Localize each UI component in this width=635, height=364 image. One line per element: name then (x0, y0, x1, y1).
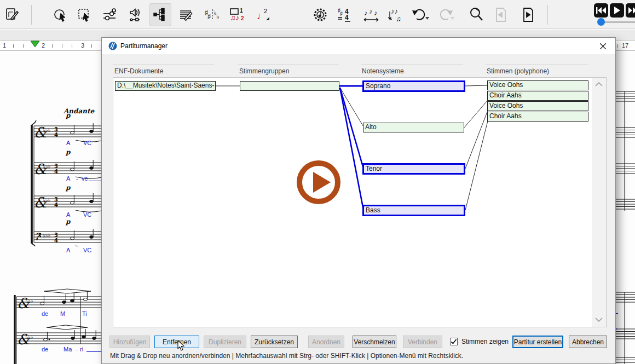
properties-icon[interactable] (99, 3, 120, 26)
dialog-title: Partiturmanager (120, 42, 168, 50)
voice-node[interactable]: Choir Aahs (487, 112, 588, 122)
voice-numbers-icon[interactable]: ♫ ♪ 1 2 (226, 3, 248, 26)
svg-text:2: 2 (264, 8, 267, 14)
lyric: - (76, 175, 78, 182)
system-node-bass[interactable]: Bass (362, 205, 465, 216)
svg-text:4: 4 (54, 169, 58, 175)
lyric: A (66, 175, 70, 182)
page-setup-icon[interactable] (1, 3, 23, 26)
svg-text:♭♭♭: ♭♭♭ (25, 334, 33, 340)
column-header-documents: ENF-Dokumente (114, 67, 163, 75)
ruler-position-marker[interactable] (30, 41, 41, 48)
svg-text:♭♭♭: ♭♭♭ (43, 164, 50, 170)
remove-button[interactable]: Entfernen (154, 336, 199, 348)
svg-text:2: 2 (241, 15, 244, 21)
system-node-soprano[interactable]: Soprano (362, 80, 465, 92)
score-structure-icon[interactable] (149, 3, 171, 26)
lyric: VC (83, 140, 91, 146)
redo-icon[interactable] (434, 3, 456, 26)
svg-text:4: 4 (54, 202, 58, 208)
next-page-icon[interactable] (517, 3, 539, 26)
voice-node[interactable]: Choir Aahs (487, 91, 588, 101)
voice-node[interactable]: Voice Oohs (487, 80, 588, 90)
playback-settings-icon[interactable] (309, 3, 331, 26)
reset-button[interactable]: Zurücksetzen (251, 336, 298, 348)
lyric: Ti (82, 310, 87, 317)
ruler-mark: 1 (3, 42, 6, 49)
dialog-titlebar[interactable]: Partiturmanager (102, 38, 615, 54)
lyric: VC (83, 247, 91, 253)
voice-node[interactable]: Voice Oohs (487, 101, 588, 111)
add-button[interactable]: Hinzufügen (109, 336, 150, 348)
undo-icon[interactable] (409, 3, 431, 26)
svg-text:♪: ♪ (369, 7, 373, 15)
ruler-mark: 17 (622, 42, 628, 49)
preview-play-button[interactable] (294, 158, 343, 207)
staff-edit-icon[interactable] (175, 3, 197, 26)
note-duration-icon[interactable]: ♩ 2 (252, 3, 274, 26)
previous-page-icon[interactable] (490, 3, 512, 26)
rewind-icon[interactable] (594, 3, 608, 18)
svg-text:♯: ♯ (340, 10, 343, 16)
canvas-scrollbar[interactable] (592, 78, 606, 327)
checkmark-icon (451, 338, 457, 345)
lyric: VC (83, 211, 91, 218)
column-header-voices: Stimmen (polyphone) (487, 67, 549, 75)
horizontal-ruler-right: 17 (616, 40, 635, 51)
score-graph-canvas: D:\__Musitek\Notes\Saint-Saens- Soprano … (113, 77, 607, 327)
lyric: Ma (64, 346, 72, 353)
system-node-alto[interactable]: Alto (363, 123, 464, 132)
close-icon[interactable] (594, 40, 611, 52)
lyric: A (66, 211, 70, 218)
column-rule (238, 65, 339, 65)
next-part-icon[interactable] (626, 3, 635, 18)
playback-mixer-icon[interactable] (124, 3, 146, 26)
vertical-spacing-icon[interactable]: ♪♪ ♫ (385, 3, 407, 26)
show-voices-label: Stimmen zeigen (461, 338, 509, 345)
column-header-groups: Stimmengruppen (239, 67, 289, 75)
cancel-button[interactable]: Abbrechen (569, 336, 607, 348)
column-rule (361, 65, 463, 65)
marquee-select-icon[interactable] (74, 3, 96, 26)
app-logo-icon (108, 42, 117, 50)
lyric: M (60, 310, 65, 317)
connect-button[interactable]: Verbinden (403, 336, 442, 348)
partiturmanager-dialog: Partiturmanager ENF-Dokumente Stimmengru… (101, 37, 616, 364)
score-fragment-right (613, 88, 635, 364)
playback-slider-handle[interactable] (597, 18, 605, 26)
dialog-status-text: Mit Drag & Drop neu anordnen/verbinden |… (110, 352, 463, 360)
svg-text:♪: ♪ (235, 13, 239, 22)
lyric-extension (89, 181, 102, 181)
toolbar-separator (547, 5, 548, 25)
zoom-icon[interactable] (465, 3, 487, 26)
svg-text:4: 4 (54, 132, 58, 138)
svg-text:♭♭♭: ♭♭♭ (43, 233, 50, 239)
voice-group-node[interactable] (240, 81, 339, 91)
svg-text:♭: ♭ (216, 13, 220, 21)
svg-text:4: 4 (54, 238, 58, 244)
scroll-down-icon[interactable] (595, 317, 603, 322)
lyric: A (66, 247, 70, 253)
svg-text:♫: ♫ (396, 15, 401, 23)
create-score-button[interactable]: Partitur erstellen (512, 336, 563, 348)
column-rule (486, 65, 588, 65)
arrange-button[interactable]: Anordnen (308, 336, 344, 348)
horizontal-spacing-icon[interactable]: ♪ ♪ ♪ (360, 3, 382, 26)
show-voices-checkbox[interactable] (450, 338, 458, 345)
lyric: - (76, 346, 78, 353)
lasso-select-icon[interactable] (49, 3, 71, 26)
duplicate-button[interactable]: Duplizieren (204, 336, 246, 348)
lyric: ri (80, 346, 83, 353)
play-icon[interactable] (610, 3, 624, 18)
svg-text:4: 4 (345, 14, 349, 21)
main-toolbar: ♯ ♯ ♭ ♭ ♫ ♪ 1 2 ♩ 2 (0, 0, 635, 29)
merge-button[interactable]: Verschmelzen (353, 336, 396, 348)
svg-text:♪: ♪ (374, 9, 378, 17)
scroll-up-icon[interactable] (595, 82, 603, 86)
key-time-signature-icon[interactable]: ♯ ♯ 4 4 (334, 3, 356, 26)
mouse-cursor (177, 340, 185, 351)
accidentals-icon[interactable]: ♯ ♯ ♭ ♭ (201, 3, 223, 26)
document-node[interactable]: D:\__Musitek\Notes\Saint-Saens- (115, 81, 216, 91)
system-node-tenor[interactable]: Tenor (362, 163, 465, 175)
ruler-mark: 3 (81, 42, 84, 49)
